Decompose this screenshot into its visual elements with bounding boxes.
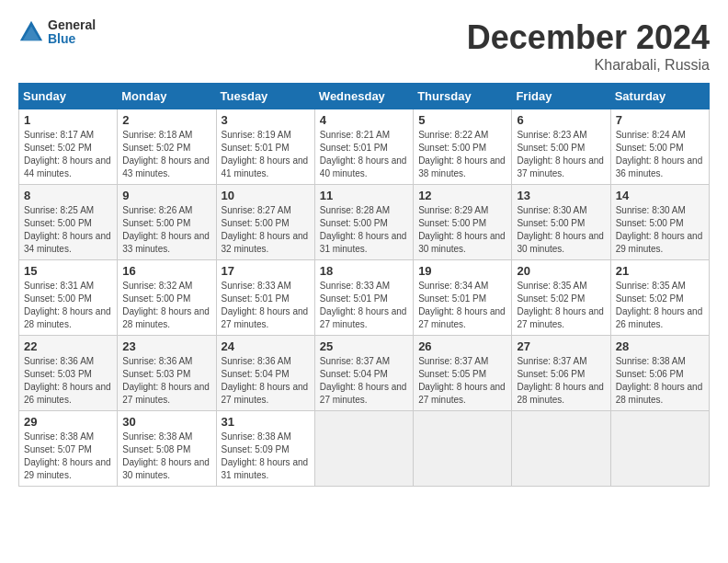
day-number: 1	[24, 113, 112, 127]
calendar-cell: 10Sunrise: 8:27 AMSunset: 5:00 PMDayligh…	[216, 185, 314, 260]
calendar-cell: 11Sunrise: 8:28 AMSunset: 5:00 PMDayligh…	[314, 185, 413, 260]
weekday-header-row: SundayMondayTuesdayWednesdayThursdayFrid…	[19, 84, 710, 109]
calendar-cell	[414, 411, 512, 487]
day-info: Sunrise: 8:37 AMSunset: 5:04 PMDaylight:…	[320, 355, 408, 407]
weekday-header-friday: Friday	[512, 84, 610, 109]
day-number: 16	[122, 264, 210, 278]
calendar-cell: 23Sunrise: 8:36 AMSunset: 5:03 PMDayligh…	[118, 336, 216, 411]
day-info: Sunrise: 8:18 AMSunset: 5:02 PMDaylight:…	[122, 129, 210, 180]
logo-text: General Blue	[48, 18, 96, 47]
calendar-cell	[610, 411, 709, 487]
day-number: 10	[222, 189, 310, 202]
day-info: Sunrise: 8:29 AMSunset: 5:00 PMDaylight:…	[418, 204, 506, 256]
logo-blue-text: Blue	[48, 32, 96, 46]
day-number: 31	[222, 415, 310, 429]
day-number: 27	[517, 339, 605, 353]
calendar-cell: 25Sunrise: 8:37 AMSunset: 5:04 PMDayligh…	[314, 336, 413, 411]
day-info: Sunrise: 8:19 AMSunset: 5:01 PMDaylight:…	[222, 129, 310, 180]
calendar-cell: 26Sunrise: 8:37 AMSunset: 5:05 PMDayligh…	[414, 336, 512, 411]
calendar-cell: 24Sunrise: 8:36 AMSunset: 5:04 PMDayligh…	[216, 336, 314, 411]
day-number: 5	[418, 113, 506, 127]
weekday-header-monday: Monday	[118, 84, 216, 109]
month-title: December 2024	[467, 18, 710, 57]
weekday-header-wednesday: Wednesday	[314, 84, 413, 109]
calendar-cell: 3Sunrise: 8:19 AMSunset: 5:01 PMDaylight…	[216, 109, 314, 185]
logo: General Blue	[18, 18, 96, 47]
day-number: 29	[24, 415, 112, 429]
day-info: Sunrise: 8:37 AMSunset: 5:06 PMDaylight:…	[517, 355, 605, 407]
day-info: Sunrise: 8:32 AMSunset: 5:00 PMDaylight:…	[122, 280, 210, 331]
day-number: 28	[616, 339, 704, 353]
day-number: 8	[24, 189, 112, 202]
day-info: Sunrise: 8:36 AMSunset: 5:03 PMDaylight:…	[122, 355, 210, 407]
day-number: 6	[517, 113, 605, 127]
calendar-cell: 31Sunrise: 8:38 AMSunset: 5:09 PMDayligh…	[216, 411, 314, 487]
day-info: Sunrise: 8:25 AMSunset: 5:00 PMDaylight:…	[24, 204, 112, 256]
calendar-cell: 7Sunrise: 8:24 AMSunset: 5:00 PMDaylight…	[610, 109, 709, 185]
day-number: 23	[122, 339, 210, 353]
location-title: Kharabali, Russia	[467, 57, 710, 74]
day-info: Sunrise: 8:38 AMSunset: 5:08 PMDaylight:…	[122, 431, 210, 482]
calendar-cell: 8Sunrise: 8:25 AMSunset: 5:00 PMDaylight…	[19, 185, 118, 260]
calendar-cell: 5Sunrise: 8:22 AMSunset: 5:00 PMDaylight…	[414, 109, 512, 185]
day-number: 21	[616, 264, 704, 278]
day-info: Sunrise: 8:27 AMSunset: 5:00 PMDaylight:…	[222, 204, 310, 256]
calendar-cell: 13Sunrise: 8:30 AMSunset: 5:00 PMDayligh…	[512, 185, 610, 260]
day-info: Sunrise: 8:35 AMSunset: 5:02 PMDaylight:…	[616, 280, 704, 331]
logo-icon	[18, 19, 44, 45]
day-info: Sunrise: 8:36 AMSunset: 5:04 PMDaylight:…	[222, 355, 310, 407]
day-number: 25	[320, 339, 408, 353]
calendar-cell: 12Sunrise: 8:29 AMSunset: 5:00 PMDayligh…	[414, 185, 512, 260]
day-info: Sunrise: 8:33 AMSunset: 5:01 PMDaylight:…	[320, 280, 408, 331]
day-number: 12	[418, 189, 506, 202]
day-number: 18	[320, 264, 408, 278]
day-number: 24	[222, 339, 310, 353]
day-number: 22	[24, 339, 112, 353]
day-info: Sunrise: 8:26 AMSunset: 5:00 PMDaylight:…	[122, 204, 210, 256]
calendar-row-4: 29Sunrise: 8:38 AMSunset: 5:07 PMDayligh…	[19, 411, 710, 487]
calendar-row-0: 1Sunrise: 8:17 AMSunset: 5:02 PMDaylight…	[19, 109, 710, 185]
day-info: Sunrise: 8:24 AMSunset: 5:00 PMDaylight:…	[616, 129, 704, 180]
calendar-table: SundayMondayTuesdayWednesdayThursdayFrid…	[18, 83, 710, 487]
day-info: Sunrise: 8:38 AMSunset: 5:09 PMDaylight:…	[222, 431, 310, 482]
calendar-cell: 29Sunrise: 8:38 AMSunset: 5:07 PMDayligh…	[19, 411, 118, 487]
calendar-cell: 21Sunrise: 8:35 AMSunset: 5:02 PMDayligh…	[610, 260, 709, 336]
day-info: Sunrise: 8:17 AMSunset: 5:02 PMDaylight:…	[24, 129, 112, 180]
day-info: Sunrise: 8:37 AMSunset: 5:05 PMDaylight:…	[418, 355, 506, 407]
calendar-cell: 20Sunrise: 8:35 AMSunset: 5:02 PMDayligh…	[512, 260, 610, 336]
day-number: 30	[122, 415, 210, 429]
day-number: 9	[122, 189, 210, 202]
day-info: Sunrise: 8:36 AMSunset: 5:03 PMDaylight:…	[24, 355, 112, 407]
day-number: 15	[24, 264, 112, 278]
calendar-cell: 28Sunrise: 8:38 AMSunset: 5:06 PMDayligh…	[610, 336, 709, 411]
calendar-cell: 18Sunrise: 8:33 AMSunset: 5:01 PMDayligh…	[314, 260, 413, 336]
calendar-cell: 9Sunrise: 8:26 AMSunset: 5:00 PMDaylight…	[118, 185, 216, 260]
calendar-row-3: 22Sunrise: 8:36 AMSunset: 5:03 PMDayligh…	[19, 336, 710, 411]
day-number: 3	[222, 113, 310, 127]
day-info: Sunrise: 8:23 AMSunset: 5:00 PMDaylight:…	[517, 129, 605, 180]
calendar-cell	[512, 411, 610, 487]
weekday-header-thursday: Thursday	[414, 84, 512, 109]
day-info: Sunrise: 8:30 AMSunset: 5:00 PMDaylight:…	[616, 204, 704, 256]
day-number: 26	[418, 339, 506, 353]
calendar-cell: 22Sunrise: 8:36 AMSunset: 5:03 PMDayligh…	[19, 336, 118, 411]
calendar-cell: 30Sunrise: 8:38 AMSunset: 5:08 PMDayligh…	[118, 411, 216, 487]
day-info: Sunrise: 8:38 AMSunset: 5:07 PMDaylight:…	[24, 431, 112, 482]
page-header: General Blue December 2024 Kharabali, Ru…	[18, 18, 710, 74]
day-info: Sunrise: 8:31 AMSunset: 5:00 PMDaylight:…	[24, 280, 112, 331]
title-section: December 2024 Kharabali, Russia	[467, 18, 710, 74]
day-number: 13	[517, 189, 605, 202]
day-number: 4	[320, 113, 408, 127]
weekday-header-tuesday: Tuesday	[216, 84, 314, 109]
calendar-cell: 14Sunrise: 8:30 AMSunset: 5:00 PMDayligh…	[610, 185, 709, 260]
weekday-header-sunday: Sunday	[19, 84, 118, 109]
calendar-cell: 15Sunrise: 8:31 AMSunset: 5:00 PMDayligh…	[19, 260, 118, 336]
day-info: Sunrise: 8:22 AMSunset: 5:00 PMDaylight:…	[418, 129, 506, 180]
day-info: Sunrise: 8:21 AMSunset: 5:01 PMDaylight:…	[320, 129, 408, 180]
calendar-cell: 17Sunrise: 8:33 AMSunset: 5:01 PMDayligh…	[216, 260, 314, 336]
weekday-header-saturday: Saturday	[610, 84, 709, 109]
calendar-cell: 19Sunrise: 8:34 AMSunset: 5:01 PMDayligh…	[414, 260, 512, 336]
calendar-cell: 16Sunrise: 8:32 AMSunset: 5:00 PMDayligh…	[118, 260, 216, 336]
day-number: 19	[418, 264, 506, 278]
logo-general-text: General	[48, 18, 96, 32]
